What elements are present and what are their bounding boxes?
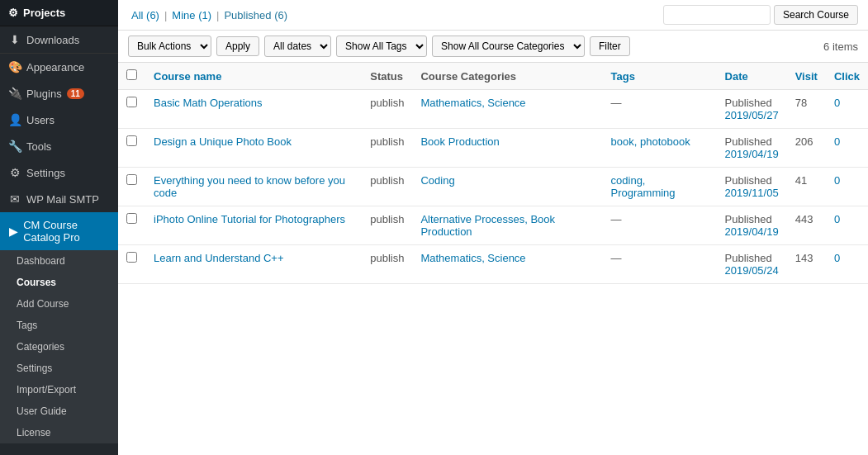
table-body: Basic Math Operations publish Mathematic…: [118, 90, 868, 284]
row-visit: 206: [787, 129, 826, 168]
row-visit: 41: [787, 168, 826, 206]
sidebar-sub-user-guide[interactable]: User Guide: [0, 400, 118, 422]
row-categories: Alternative Processes, Book Production: [412, 206, 602, 245]
bulk-actions-select[interactable]: Bulk Actions: [129, 36, 211, 56]
sidebar-appearance-label: Appearance: [26, 61, 84, 73]
filter-tab-mine[interactable]: Mine (1): [168, 9, 215, 21]
row-checkbox[interactable]: [118, 168, 145, 206]
row-status: publish: [362, 90, 412, 129]
row-checkbox[interactable]: [118, 245, 145, 284]
sidebar-sub-add-course[interactable]: Add Course: [0, 293, 118, 315]
sidebar-sub-import-export[interactable]: Import/Export: [0, 379, 118, 400]
row-checkbox[interactable]: [118, 90, 145, 129]
row-tags: —: [603, 206, 717, 245]
row-status: publish: [362, 129, 412, 168]
row-category-link[interactable]: Alternative Processes, Book Production: [420, 213, 555, 238]
filter-sep-1: |: [163, 9, 168, 21]
row-categories: Mathematics, Science: [412, 90, 602, 129]
table-row: Everything you need to know before you c…: [118, 168, 868, 206]
header-visit[interactable]: Visit: [787, 63, 826, 90]
items-count: 6 items: [823, 40, 858, 53]
filter-tab-all[interactable]: All (6): [128, 9, 163, 21]
select-all-checkbox[interactable]: [126, 69, 137, 80]
header-tags[interactable]: Tags: [603, 63, 717, 90]
sidebar-item-plugins[interactable]: 🔌 Plugins 11: [0, 80, 118, 107]
sidebar-item-appearance[interactable]: 🎨 Appearance: [0, 54, 118, 80]
row-date: Published2019/05/27: [717, 90, 787, 129]
row-select-checkbox[interactable]: [126, 174, 137, 185]
row-click: 0: [826, 168, 868, 206]
sidebar-sub-settings[interactable]: Settings: [0, 358, 118, 379]
row-tag-link[interactable]: coding, Programming: [611, 174, 676, 199]
sidebar-item-tools[interactable]: 🔧 Tools: [0, 133, 118, 159]
table-row: iPhoto Online Tutorial for Photographers…: [118, 206, 868, 245]
search-input[interactable]: [663, 5, 771, 25]
row-click: 0: [826, 206, 868, 245]
sidebar-projects-label: Projects: [23, 7, 65, 19]
settings-icon: ⚙: [8, 166, 21, 179]
row-category-link[interactable]: Mathematics, Science: [420, 97, 525, 109]
header-status: Status: [362, 63, 412, 90]
header-click[interactable]: Click: [826, 63, 868, 90]
row-date-val[interactable]: 2019/11/05: [725, 187, 779, 199]
row-category-link[interactable]: Book Production: [420, 135, 499, 148]
table-row: Learn and Understand C++ publish Mathema…: [118, 245, 868, 284]
sidebar-item-wp-mail-smtp[interactable]: ✉ WP Mail SMTP: [0, 186, 118, 212]
row-course-name[interactable]: Design a Unique Photo Book: [145, 129, 362, 168]
row-categories: Coding: [412, 168, 602, 206]
sidebar-item-users[interactable]: 👤 Users: [0, 107, 118, 133]
plugins-badge: 11: [67, 88, 84, 99]
row-date-val[interactable]: 2019/04/19: [725, 148, 779, 160]
dates-wrap: All dates: [264, 36, 331, 57]
sidebar-item-downloads[interactable]: ⬇ Downloads: [0, 26, 118, 53]
sidebar-item-projects[interactable]: ⚙ Projects: [0, 0, 118, 26]
header-course-name[interactable]: Course name: [145, 63, 362, 90]
bulk-actions-wrap: Bulk Actions: [128, 36, 211, 57]
sidebar-sub-categories[interactable]: Categories: [0, 336, 118, 358]
sidebar-sub-tags[interactable]: Tags: [0, 315, 118, 336]
categories-select[interactable]: Show All Course Categories: [433, 36, 584, 56]
dates-select[interactable]: All dates: [265, 36, 330, 56]
table-row: Design a Unique Photo Book publish Book …: [118, 129, 868, 168]
cm-course-icon: ▶: [8, 225, 18, 238]
sidebar-tools-label: Tools: [26, 140, 51, 153]
sidebar-sub-license[interactable]: License: [0, 422, 118, 443]
row-category-link[interactable]: Mathematics, Science: [420, 252, 525, 264]
row-category-link[interactable]: Coding: [420, 174, 454, 187]
row-select-checkbox[interactable]: [126, 252, 137, 263]
tools-icon: 🔧: [8, 140, 21, 153]
row-checkbox[interactable]: [118, 206, 145, 245]
row-published-label: Published: [725, 252, 779, 264]
header-date[interactable]: Date: [717, 63, 787, 90]
sidebar-item-cm-course-catalog-pro[interactable]: ▶ CM Course Catalog Pro: [0, 212, 118, 250]
sidebar-sub-dashboard[interactable]: Dashboard: [0, 250, 118, 272]
header-checkbox[interactable]: [118, 63, 145, 90]
row-checkbox[interactable]: [118, 129, 145, 168]
search-button[interactable]: Search Course: [774, 5, 858, 25]
row-date-val[interactable]: 2019/04/19: [725, 225, 779, 238]
row-select-checkbox[interactable]: [126, 135, 137, 146]
filter-button[interactable]: Filter: [590, 36, 630, 56]
filter-sep-2: |: [215, 9, 221, 21]
row-course-name[interactable]: Everything you need to know before you c…: [145, 168, 362, 206]
tags-wrap: Show All Tags: [336, 36, 427, 57]
row-select-checkbox[interactable]: [126, 213, 137, 224]
table-row: Basic Math Operations publish Mathematic…: [118, 90, 868, 129]
sidebar-sub-courses[interactable]: Courses: [0, 272, 118, 293]
row-select-checkbox[interactable]: [126, 97, 137, 107]
sidebar-submenu: Dashboard Courses Add Course Tags Catego…: [0, 250, 118, 443]
row-date-val[interactable]: 2019/05/27: [725, 109, 779, 121]
sidebar-item-settings[interactable]: ⚙ Settings: [0, 159, 118, 186]
filter-tab-published[interactable]: Published (6): [221, 9, 291, 21]
row-date: Published2019/04/19: [717, 129, 787, 168]
row-tag-link[interactable]: book, photobook: [611, 135, 690, 148]
tags-select[interactable]: Show All Tags: [337, 36, 426, 56]
apply-button[interactable]: Apply: [216, 36, 259, 56]
sidebar-cmcourse-label: CM Course Catalog Pro: [23, 219, 110, 244]
row-date-val[interactable]: 2019/05/24: [725, 264, 779, 277]
row-course-name[interactable]: Basic Math Operations: [145, 90, 362, 129]
row-categories: Book Production: [412, 129, 602, 168]
row-course-name[interactable]: Learn and Understand C++: [145, 245, 362, 284]
row-course-name[interactable]: iPhoto Online Tutorial for Photographers: [145, 206, 362, 245]
sidebar-plugins-label: Plugins: [26, 88, 62, 100]
